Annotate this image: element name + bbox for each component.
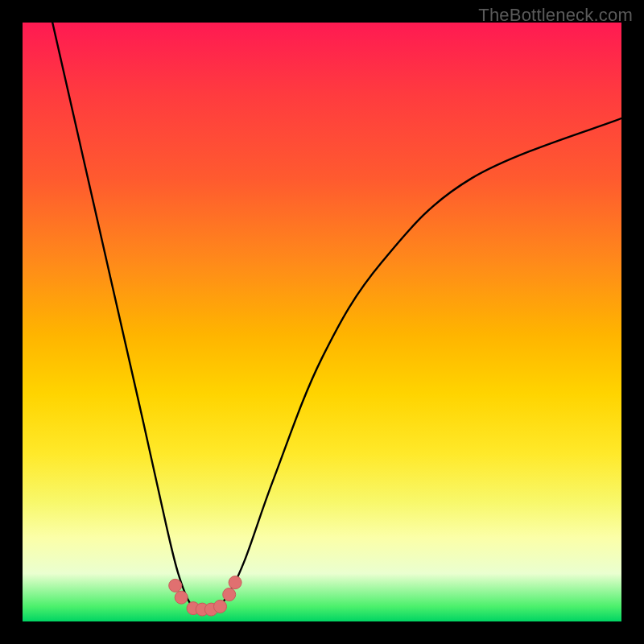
marker-dot [169,579,182,592]
marker-dot [175,591,188,604]
chart-frame: TheBottleneck.com [0,0,644,644]
watermark-text: TheBottleneck.com [478,5,633,26]
marker-dot [229,576,242,589]
marker-dot [223,588,236,601]
bottleneck-curve [23,23,621,621]
plot-area [23,23,621,621]
highlight-markers [169,576,242,617]
marker-dot [214,600,227,613]
